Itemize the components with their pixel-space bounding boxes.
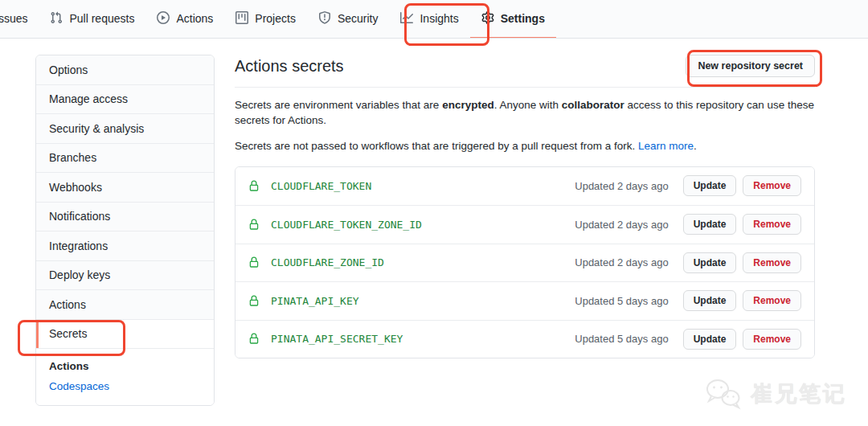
tab-settings-label: Settings <box>501 12 545 25</box>
description-text: Secrets are not passed to workflows that… <box>235 140 638 152</box>
secret-row: PINATA_API_SECRET_KEY Updated 5 days ago… <box>235 320 814 358</box>
secret-updated: Updated 2 days ago <box>575 180 668 192</box>
secret-name: CLOUDFLARE_TOKEN <box>271 180 371 192</box>
secret-name: CLOUDFLARE_TOKEN_ZONE_ID <box>271 219 422 231</box>
secret-row: CLOUDFLARE_ZONE_ID Updated 2 days ago Up… <box>235 244 814 282</box>
panel-header: Actions secrets New repository secret <box>235 55 815 88</box>
secrets-description-1: Secrets are environment variables that a… <box>235 98 815 129</box>
tab-settings[interactable]: Settings <box>470 0 556 39</box>
watermark-text: 崔兄笔记 <box>751 379 847 408</box>
tab-actions[interactable]: Actions <box>145 0 224 39</box>
sidebar-item-integrations[interactable]: Integrations <box>36 231 214 261</box>
tab-insights[interactable]: Insights <box>389 0 469 39</box>
learn-more-link[interactable]: Learn more <box>638 140 694 152</box>
update-secret-button[interactable]: Update <box>683 214 737 235</box>
secret-updated: Updated 2 days ago <box>575 256 668 268</box>
secret-updated: Updated 2 days ago <box>575 219 668 231</box>
update-secret-button[interactable]: Update <box>683 252 737 273</box>
remove-secret-button[interactable]: Remove <box>743 290 801 311</box>
repo-tab-bar: Issues Pull requests Actions Projects Se… <box>0 0 868 39</box>
remove-secret-button[interactable]: Remove <box>743 329 801 350</box>
gear-icon <box>481 11 494 27</box>
tab-insights-label: Insights <box>420 12 458 25</box>
tab-security[interactable]: Security <box>307 0 390 39</box>
shield-icon <box>318 11 331 27</box>
sidebar-item-webhooks[interactable]: Webhooks <box>36 173 214 203</box>
secret-name: PINATA_API_SECRET_KEY <box>271 333 403 345</box>
tab-pull-requests[interactable]: Pull requests <box>39 0 145 39</box>
update-secret-button[interactable]: Update <box>683 175 737 196</box>
sidebar-item-label: Integrations <box>49 240 108 252</box>
secrets-subnav: Actions Codespaces <box>36 349 214 405</box>
settings-sidebar: Options Manage access Security & analysi… <box>35 55 215 406</box>
secrets-description-2: Secrets are not passed to workflows that… <box>235 139 815 154</box>
description-text: Secrets are environment variables that a… <box>235 99 442 111</box>
remove-secret-button[interactable]: Remove <box>743 252 801 273</box>
sidebar-item-label: Actions <box>49 298 86 311</box>
sidebar-item-secrets[interactable]: Secrets <box>36 320 214 350</box>
secret-updated: Updated 5 days ago <box>575 333 668 345</box>
lock-icon <box>248 295 260 307</box>
subnav-item-actions[interactable]: Actions <box>49 360 201 372</box>
subnav-item-codespaces[interactable]: Codespaces <box>49 380 201 392</box>
sidebar-item-label: Branches <box>49 151 96 164</box>
new-repository-secret-button[interactable]: New repository secret <box>686 55 815 77</box>
secret-row: CLOUDFLARE_TOKEN_ZONE_ID Updated 2 days … <box>235 205 814 244</box>
graph-icon <box>400 11 413 27</box>
tab-actions-label: Actions <box>176 12 213 25</box>
secret-name: PINATA_API_KEY <box>271 295 359 307</box>
sidebar-item-label: Manage access <box>49 92 128 105</box>
tab-pull-requests-label: Pull requests <box>69 12 134 25</box>
tab-projects[interactable]: Projects <box>224 0 307 39</box>
lock-icon <box>248 256 260 268</box>
sidebar-item-manage-access[interactable]: Manage access <box>36 85 214 115</box>
play-circle-icon <box>157 11 170 27</box>
sidebar-item-label: Webhooks <box>49 181 102 194</box>
wechat-icon <box>704 378 743 410</box>
actions-secrets-panel: Actions secrets New repository secret Se… <box>235 55 815 358</box>
tab-projects-label: Projects <box>255 12 296 25</box>
update-secret-button[interactable]: Update <box>683 329 737 350</box>
sidebar-item-label: Secrets <box>49 327 87 340</box>
update-secret-button[interactable]: Update <box>683 290 737 311</box>
repo-tabs: Issues Pull requests Actions Projects Se… <box>0 0 556 38</box>
sidebar-item-security-analysis[interactable]: Security & analysis <box>36 114 214 144</box>
remove-secret-button[interactable]: Remove <box>743 175 801 196</box>
page-title: Actions secrets <box>235 57 344 76</box>
remove-secret-button[interactable]: Remove <box>743 214 801 235</box>
sidebar-item-deploy-keys[interactable]: Deploy keys <box>36 261 214 291</box>
sidebar-item-actions[interactable]: Actions <box>36 290 214 320</box>
lock-icon <box>248 180 260 192</box>
lock-icon <box>248 333 260 345</box>
watermark: 崔兄笔记 <box>704 378 847 410</box>
description-bold-encrypted: encrypted <box>442 99 494 111</box>
sidebar-item-label: Deploy keys <box>49 268 110 281</box>
sidebar-item-label: Options <box>49 63 88 76</box>
sidebar-item-branches[interactable]: Branches <box>36 144 214 174</box>
sidebar-item-label: Security & analysis <box>49 122 144 135</box>
lock-icon <box>248 219 260 231</box>
secret-name: CLOUDFLARE_ZONE_ID <box>271 256 384 268</box>
tab-issues-label: Issues <box>0 12 27 25</box>
secret-updated: Updated 5 days ago <box>575 295 668 307</box>
project-board-icon <box>235 11 248 27</box>
secret-row: CLOUDFLARE_TOKEN Updated 2 days ago Upda… <box>235 167 814 206</box>
description-text: . Anyone with <box>494 99 562 111</box>
secret-row: PINATA_API_KEY Updated 5 days ago Update… <box>235 281 814 320</box>
pull-request-icon <box>50 11 63 27</box>
sidebar-item-options[interactable]: Options <box>36 55 214 85</box>
secrets-list: CLOUDFLARE_TOKEN Updated 2 days ago Upda… <box>235 166 815 359</box>
tab-security-label: Security <box>338 12 379 25</box>
description-bold-collaborator: collaborator <box>562 99 624 111</box>
sidebar-item-notifications[interactable]: Notifications <box>36 203 214 232</box>
tab-issues[interactable]: Issues <box>0 0 39 39</box>
description-text: . <box>694 140 697 152</box>
sidebar-item-label: Notifications <box>49 210 110 223</box>
